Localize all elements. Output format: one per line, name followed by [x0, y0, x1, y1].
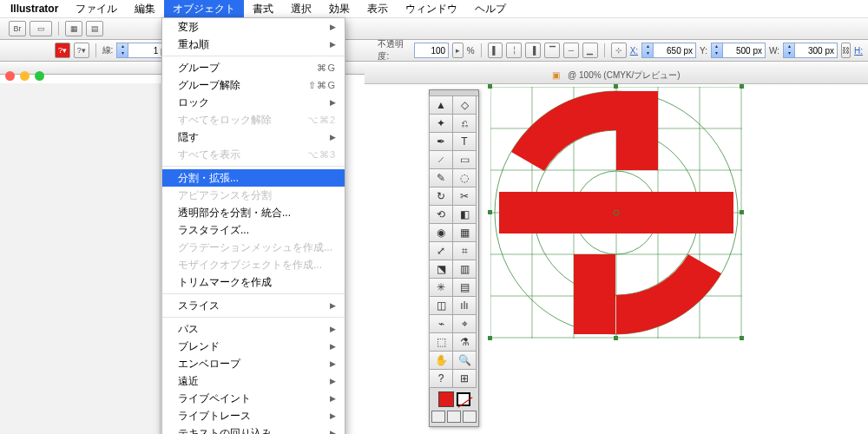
- grid-icon[interactable]: ▦: [65, 21, 82, 36]
- selection-handle[interactable]: [740, 336, 744, 340]
- tool-button-10[interactable]: ↻: [429, 187, 453, 206]
- tool-button-15[interactable]: ▦: [452, 223, 477, 242]
- tool-button-26[interactable]: ⬚: [429, 332, 453, 352]
- menu-item[interactable]: 隠す: [162, 128, 345, 146]
- mode-icon-b[interactable]: ▭: [30, 21, 52, 36]
- menu-item[interactable]: トリムマークを作成: [162, 273, 345, 291]
- tool-button-20[interactable]: ✳: [429, 278, 453, 297]
- tool-button-24[interactable]: ⌁: [429, 314, 453, 333]
- mode-icon-a[interactable]: Br: [9, 21, 26, 36]
- menu-item[interactable]: テキストの回り込み: [162, 424, 345, 434]
- full-mode-icon[interactable]: [447, 411, 461, 423]
- selection-handle[interactable]: [488, 336, 492, 340]
- menu-item[interactable]: 変形: [162, 18, 345, 36]
- tool-button-30[interactable]: ?: [429, 369, 453, 388]
- tool-button-16[interactable]: ⤢: [429, 241, 453, 260]
- menubar-window[interactable]: ウィンドウ: [397, 0, 466, 18]
- normal-mode-icon[interactable]: [431, 411, 445, 423]
- selection-handle[interactable]: [740, 84, 744, 89]
- y-stepper[interactable]: ▴▾: [711, 43, 766, 58]
- transform-icon[interactable]: ⊹: [611, 43, 627, 58]
- tool-button-2[interactable]: ✦: [429, 114, 453, 133]
- selection-handle[interactable]: [488, 84, 492, 89]
- menu-item[interactable]: 分割・拡張...: [162, 169, 345, 187]
- x-input[interactable]: [654, 44, 695, 56]
- tool-button-5[interactable]: T: [452, 132, 477, 151]
- menu-item[interactable]: スライス: [162, 297, 345, 314]
- selection-handle[interactable]: [488, 210, 492, 214]
- artwork-canvas[interactable]: [490, 87, 742, 339]
- menubar-view[interactable]: 表示: [358, 0, 397, 18]
- w-stepper[interactable]: ▴▾: [783, 43, 838, 58]
- tool-button-27[interactable]: ⚗: [452, 332, 477, 352]
- align-bottom-icon[interactable]: ▁: [582, 43, 598, 58]
- menu-item[interactable]: グループ解除⇧⌘G: [162, 76, 345, 94]
- align-top-icon[interactable]: ▔: [544, 43, 560, 58]
- menu-item[interactable]: ロック: [162, 94, 345, 111]
- opacity-stepper[interactable]: [414, 43, 449, 58]
- selection-handle[interactable]: [740, 210, 744, 214]
- tool-button-18[interactable]: ⬔: [429, 260, 453, 279]
- menubar-type[interactable]: 書式: [244, 0, 282, 18]
- menu-item[interactable]: ライブペイント: [162, 390, 345, 407]
- menubar-file[interactable]: ファイル: [67, 0, 126, 18]
- menubar-app[interactable]: Illustrator: [2, 1, 67, 16]
- stroke-preview-icon[interactable]: ?▾: [74, 43, 89, 58]
- minimize-icon[interactable]: [20, 71, 30, 81]
- tool-button-1[interactable]: ◇: [452, 95, 477, 115]
- menubar-help[interactable]: ヘルプ: [466, 0, 515, 18]
- selection-handle[interactable]: [614, 336, 618, 340]
- align-vcenter-icon[interactable]: ─: [563, 43, 579, 58]
- tool-button-8[interactable]: ✎: [429, 168, 453, 187]
- menu-item[interactable]: 重ね順: [162, 36, 345, 53]
- tool-button-19[interactable]: ▥: [452, 260, 477, 279]
- menu-item[interactable]: ラスタライズ...: [162, 221, 345, 239]
- w-input[interactable]: [795, 44, 837, 56]
- presentation-mode-icon[interactable]: [463, 411, 477, 423]
- opacity-input[interactable]: [415, 44, 448, 56]
- menu-item[interactable]: 遠近: [162, 372, 345, 390]
- tool-button-25[interactable]: ⌖: [452, 314, 477, 333]
- chevron-right-icon[interactable]: ▸: [452, 43, 464, 58]
- selection-handle[interactable]: [614, 84, 618, 89]
- tool-button-23[interactable]: ılı: [452, 296, 477, 315]
- tool-button-7[interactable]: ▭: [452, 150, 477, 169]
- fill-swatch[interactable]: [438, 391, 454, 407]
- x-stepper[interactable]: ▴▾: [641, 43, 696, 58]
- menu-item[interactable]: ブレンド: [162, 338, 345, 355]
- tool-button-4[interactable]: ✒: [429, 132, 453, 151]
- fill-preview-icon[interactable]: ?▾: [55, 43, 70, 58]
- stroke-swatch[interactable]: [457, 392, 470, 406]
- tool-button-22[interactable]: ◫: [429, 296, 453, 315]
- tool-button-13[interactable]: ◧: [452, 205, 477, 224]
- tool-button-28[interactable]: ✋: [429, 351, 453, 370]
- tool-button-9[interactable]: ◌: [452, 168, 477, 187]
- align-right-icon[interactable]: ▐: [525, 43, 541, 58]
- tool-palette[interactable]: ▲◇✦⎌✒T⟋▭✎◌↻✂⟲◧◉▦⤢⌗⬔▥✳▤◫ılı⌁⌖⬚⚗✋🔍?⊞: [429, 89, 479, 427]
- menubar-select[interactable]: 選択: [282, 0, 320, 18]
- tool-button-14[interactable]: ◉: [429, 223, 453, 242]
- menubar-effect[interactable]: 効果: [320, 0, 358, 18]
- tool-button-6[interactable]: ⟋: [429, 150, 453, 169]
- close-icon[interactable]: [5, 71, 15, 81]
- tool-button-31[interactable]: ⊞: [452, 369, 477, 388]
- menu-item[interactable]: エンベロープ: [162, 355, 345, 372]
- tool-button-11[interactable]: ✂: [452, 187, 477, 206]
- tool-button-0[interactable]: ▲: [429, 95, 453, 115]
- menu-item[interactable]: パス: [162, 320, 345, 338]
- menu-item[interactable]: 透明部分を分割・統合...: [162, 204, 345, 221]
- menu-item[interactable]: グループ⌘G: [162, 59, 345, 76]
- menubar-edit[interactable]: 編集: [126, 0, 164, 18]
- tool-button-29[interactable]: 🔍: [452, 351, 477, 370]
- y-input[interactable]: [723, 44, 765, 56]
- tool-button-17[interactable]: ⌗: [452, 241, 477, 260]
- tool-button-21[interactable]: ▤: [452, 278, 477, 297]
- align-left-icon[interactable]: ▌: [488, 43, 503, 58]
- zoom-icon[interactable]: [35, 71, 44, 81]
- menubar-object[interactable]: オブジェクト: [164, 0, 244, 18]
- align-hcenter-icon[interactable]: ╎: [506, 43, 522, 58]
- link-wh-icon[interactable]: ⛓: [841, 43, 851, 58]
- tool-button-3[interactable]: ⎌: [452, 114, 477, 133]
- menu-item[interactable]: ライブトレース: [162, 407, 345, 424]
- tool-button-12[interactable]: ⟲: [429, 205, 453, 224]
